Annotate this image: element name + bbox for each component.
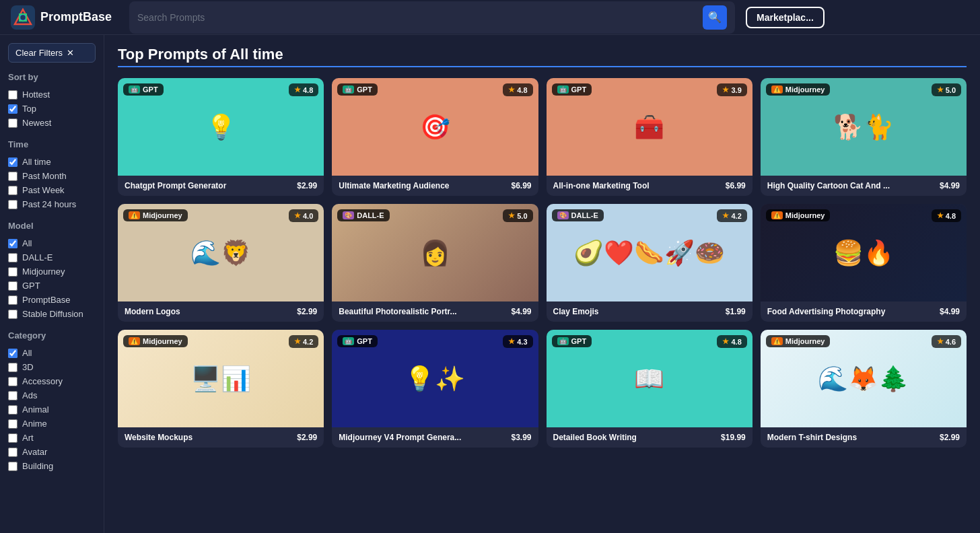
model-dalle[interactable]: DALL-E	[8, 250, 96, 264]
category-animal-checkbox[interactable]	[8, 405, 18, 415]
search-input[interactable]	[137, 12, 697, 23]
model-promptbase-checkbox[interactable]	[8, 295, 18, 305]
card-image-5: 👩 🎨 DALL-E ★5.0	[332, 204, 538, 301]
model-midjourney-checkbox[interactable]	[8, 267, 18, 277]
card-3[interactable]: 🐕🐈 ⚠️ Midjourney ★5.0 High Quality Carto…	[761, 78, 967, 196]
card-image-4: 🌊🦁 ⚠️ Midjourney ★4.0	[118, 204, 324, 301]
card-2[interactable]: 🧰 🤖 GPT ★3.9 All-in-one Marketing Tool $…	[547, 78, 753, 196]
category-ads-checkbox[interactable]	[8, 391, 18, 400]
card-model-badge-10: 🤖 GPT	[552, 335, 592, 347]
time-section: Time All time Past Month Past Week Past …	[8, 139, 96, 211]
card-9[interactable]: 💡✨ 🤖 GPT ★4.3 Midjourney V4 Prompt Gener…	[332, 330, 538, 448]
card-image-2: 🧰 🤖 GPT ★3.9	[547, 78, 753, 176]
card-model-badge-6: 🎨 DALL-E	[552, 209, 604, 221]
card-image-9: 💡✨ 🤖 GPT ★4.3	[332, 330, 538, 427]
card-rating-badge-6: ★4.2	[717, 209, 746, 222]
card-title-0: Chatgpt Prompt Generator	[125, 181, 293, 190]
card-footer-5: Beautiful Photorealistic Portr... $4.99	[332, 301, 538, 322]
clear-filters-label: Clear Filters	[15, 48, 63, 58]
sort-newest-checkbox[interactable]	[8, 118, 18, 128]
model-stablediffusion[interactable]: Stable Diffusion	[8, 307, 96, 321]
clear-filters-x: ✕	[67, 48, 74, 58]
category-animal[interactable]: Animal	[8, 402, 96, 417]
card-title-11: Modern T-shirt Designs	[767, 433, 936, 442]
category-all-checkbox[interactable]	[8, 349, 18, 358]
sort-top-checkbox[interactable]	[8, 104, 18, 114]
card-title-6: Clay Emojis	[553, 307, 722, 316]
card-11[interactable]: 🌊🦊🌲 ⚠️ Midjourney ★4.6 Modern T-shirt De…	[761, 330, 967, 448]
card-10[interactable]: 📖 🤖 GPT ★4.8 Detailed Book Writing $19.9…	[547, 330, 753, 448]
time-pastweek-checkbox[interactable]	[8, 186, 18, 195]
cards-grid: 💡 🤖 GPT ★4.8 Chatgpt Prompt Generator $2…	[118, 78, 967, 448]
card-model-badge-2: 🤖 GPT	[552, 83, 592, 96]
category-avatar[interactable]: Avatar	[8, 445, 96, 459]
card-6[interactable]: 🥑❤️🌭🚀🍩 🎨 DALL-E ★4.2 Clay Emojis $1.99	[547, 204, 753, 322]
category-anime[interactable]: Anime	[8, 417, 96, 431]
category-accessory-checkbox[interactable]	[8, 377, 18, 386]
category-art[interactable]: Art	[8, 431, 96, 445]
card-footer-11: Modern T-shirt Designs $2.99	[761, 427, 967, 448]
card-footer-4: Modern Logos $2.99	[118, 301, 324, 322]
card-footer-2: All-in-one Marketing Tool $6.99	[547, 176, 753, 196]
card-rating-badge-7: ★4.8	[932, 209, 961, 222]
category-avatar-checkbox[interactable]	[8, 448, 18, 457]
time-alltime[interactable]: All time	[8, 155, 96, 169]
card-rating-badge-8: ★4.2	[289, 335, 318, 348]
sort-hottest-checkbox[interactable]	[8, 90, 18, 100]
card-rating-badge-1: ★4.8	[503, 83, 532, 96]
model-promptbase[interactable]: PromptBase	[8, 293, 96, 307]
card-7[interactable]: 🍔🔥 ⚠️ Midjourney ★4.8 Food Advertising P…	[761, 204, 967, 322]
card-model-badge-1: 🤖 GPT	[337, 83, 378, 96]
model-all[interactable]: All	[8, 236, 96, 250]
card-price-10: $19.99	[721, 433, 746, 442]
sort-newest[interactable]: Newest	[8, 116, 96, 130]
category-ads[interactable]: Ads	[8, 388, 96, 402]
card-8[interactable]: 🖥️📊 ⚠️ Midjourney ★4.2 Website Mockups $…	[118, 330, 324, 448]
model-midjourney[interactable]: Midjourney	[8, 264, 96, 279]
clear-filters-button[interactable]: Clear Filters ✕	[8, 43, 96, 63]
model-stablediffusion-checkbox[interactable]	[8, 310, 18, 319]
card-price-6: $1.99	[726, 307, 746, 316]
card-price-11: $2.99	[940, 433, 960, 442]
time-title: Time	[8, 139, 96, 149]
category-building-checkbox[interactable]	[8, 462, 18, 471]
sort-top[interactable]: Top	[8, 102, 96, 116]
category-3d-checkbox[interactable]	[8, 363, 18, 372]
model-title: Model	[8, 221, 96, 231]
sidebar: Clear Filters ✕ Sort by Hottest Top Newe…	[0, 35, 104, 533]
category-all[interactable]: All	[8, 346, 96, 360]
category-accessory[interactable]: Accessory	[8, 374, 96, 388]
card-4[interactable]: 🌊🦁 ⚠️ Midjourney ★4.0 Modern Logos $2.99	[118, 204, 324, 322]
card-title-4: Modern Logos	[125, 307, 293, 316]
search-button[interactable]: 🔍	[703, 5, 727, 30]
model-gpt[interactable]: GPT	[8, 279, 96, 293]
model-dalle-checkbox[interactable]	[8, 253, 18, 262]
time-past24h[interactable]: Past 24 hours	[8, 197, 96, 211]
category-art-checkbox[interactable]	[8, 433, 18, 443]
sort-hottest[interactable]: Hottest	[8, 87, 96, 102]
time-past24h-checkbox[interactable]	[8, 200, 18, 209]
card-footer-9: Midjourney V4 Prompt Genera... $3.99	[332, 427, 538, 448]
time-pastmonth[interactable]: Past Month	[8, 169, 96, 183]
time-pastweek[interactable]: Past Week	[8, 183, 96, 197]
card-5[interactable]: 👩 🎨 DALL-E ★5.0 Beautiful Photorealistic…	[332, 204, 538, 322]
category-3d[interactable]: 3D	[8, 360, 96, 374]
card-image-10: 📖 🤖 GPT ★4.8	[547, 330, 753, 427]
main-layout: Clear Filters ✕ Sort by Hottest Top Newe…	[0, 35, 980, 533]
category-anime-checkbox[interactable]	[8, 419, 18, 429]
model-gpt-checkbox[interactable]	[8, 281, 18, 291]
card-price-4: $2.99	[297, 307, 317, 316]
card-0[interactable]: 💡 🤖 GPT ★4.8 Chatgpt Prompt Generator $2…	[118, 78, 324, 196]
time-pastmonth-checkbox[interactable]	[8, 172, 18, 181]
marketplace-button[interactable]: Marketplac...	[746, 7, 825, 28]
card-1[interactable]: 🎯 🤖 GPT ★4.8 Ultimate Marketing Audience…	[332, 78, 538, 196]
model-all-checkbox[interactable]	[8, 239, 18, 248]
card-title-8: Website Mockups	[125, 433, 293, 442]
category-building[interactable]: Building	[8, 459, 96, 473]
card-title-1: Ultimate Marketing Audience	[339, 181, 507, 190]
card-rating-badge-9: ★4.3	[503, 335, 532, 348]
card-footer-7: Food Advertising Photography $4.99	[761, 301, 967, 322]
time-alltime-checkbox[interactable]	[8, 157, 18, 167]
category-title: Category	[8, 330, 96, 341]
sort-by-section: Sort by Hottest Top Newest	[8, 72, 96, 130]
